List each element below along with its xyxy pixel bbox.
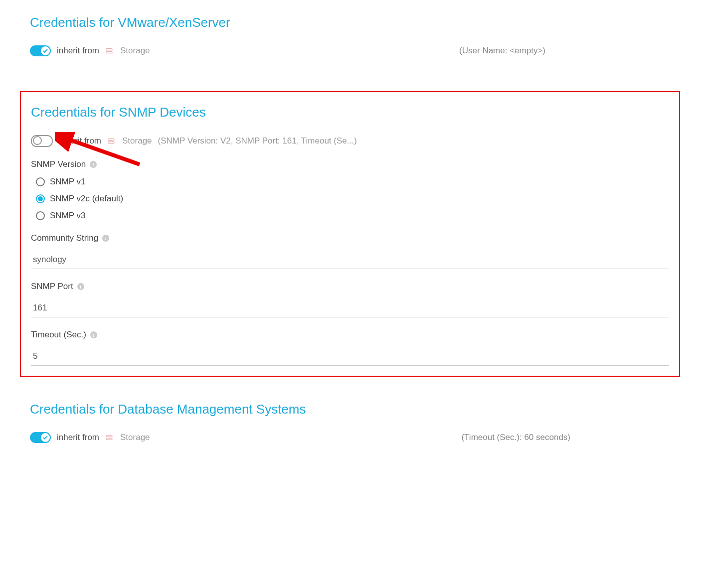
svg-rect-6 [106, 435, 112, 437]
radio-icon [36, 177, 45, 186]
vmware-inherit-row: inherit from Storage (User Name: <empty>… [30, 45, 675, 56]
svg-rect-7 [106, 438, 112, 440]
snmp-title: Credentials for SNMP Devices [31, 105, 669, 120]
vmware-inherit-label: inherit from [57, 46, 99, 56]
snmp-v1-radio[interactable]: SNMP v1 [36, 177, 669, 187]
storage-icon [107, 137, 115, 145]
snmp-inherit-row: inherit from Storage (SNMP Version: V2, … [31, 135, 669, 147]
storage-icon [105, 47, 113, 55]
dbms-section: Credentials for Database Management Syst… [20, 402, 685, 463]
vmware-inherit-toggle[interactable] [30, 45, 51, 56]
info-icon[interactable]: i [90, 161, 97, 168]
vmware-summary: (User Name: <empty>) [459, 46, 545, 56]
info-icon[interactable]: i [77, 283, 84, 290]
check-icon [42, 435, 48, 441]
dbms-inherit-toggle[interactable] [30, 432, 51, 443]
storage-icon [105, 434, 113, 441]
snmp-summary: (SNMP Version: V2, SNMP Port: 161, Timeo… [158, 136, 357, 146]
svg-rect-3 [108, 142, 114, 143]
info-icon[interactable]: i [102, 235, 109, 242]
vmware-inherit-source: Storage [120, 46, 150, 56]
timeout-input[interactable] [31, 347, 669, 366]
snmp-inherit-label: inherit from [59, 136, 101, 146]
dbms-title: Credentials for Database Management Syst… [30, 402, 675, 417]
svg-rect-0 [106, 48, 112, 50]
vmware-title: Credentials for VMware/XenServer [30, 15, 675, 30]
community-string-input[interactable] [31, 251, 669, 269]
snmp-port-label: SNMP Port i [31, 282, 669, 292]
snmp-inherit-toggle[interactable] [31, 135, 53, 147]
snmp-version-group: SNMP v1 SNMP v2c (default) SNMP v3 [36, 177, 669, 221]
snmp-version-label: SNMP Version i [31, 159, 669, 169]
check-icon [42, 48, 48, 54]
dbms-inherit-source: Storage [120, 433, 150, 442]
dbms-inherit-row: inherit from Storage (Timeout (Sec.): 60… [30, 432, 675, 443]
snmp-v3-radio[interactable]: SNMP v3 [36, 211, 669, 221]
dbms-inherit-label: inherit from [57, 433, 99, 442]
dbms-summary: (Timeout (Sec.): 60 seconds) [461, 433, 570, 442]
snmp-inherit-source: Storage [122, 136, 152, 146]
radio-icon [36, 194, 45, 203]
vmware-section: Credentials for VMware/XenServer inherit… [20, 15, 685, 76]
snmp-v2c-radio[interactable]: SNMP v2c (default) [36, 194, 669, 204]
timeout-label: Timeout (Sec.) i [31, 330, 669, 340]
svg-rect-1 [106, 51, 112, 53]
svg-rect-2 [108, 139, 114, 140]
info-icon[interactable]: i [90, 331, 97, 338]
snmp-section: Credentials for SNMP Devices inherit fro… [20, 91, 680, 377]
radio-icon [36, 211, 45, 220]
snmp-port-input[interactable] [31, 299, 669, 317]
community-string-label: Community String i [31, 233, 669, 243]
